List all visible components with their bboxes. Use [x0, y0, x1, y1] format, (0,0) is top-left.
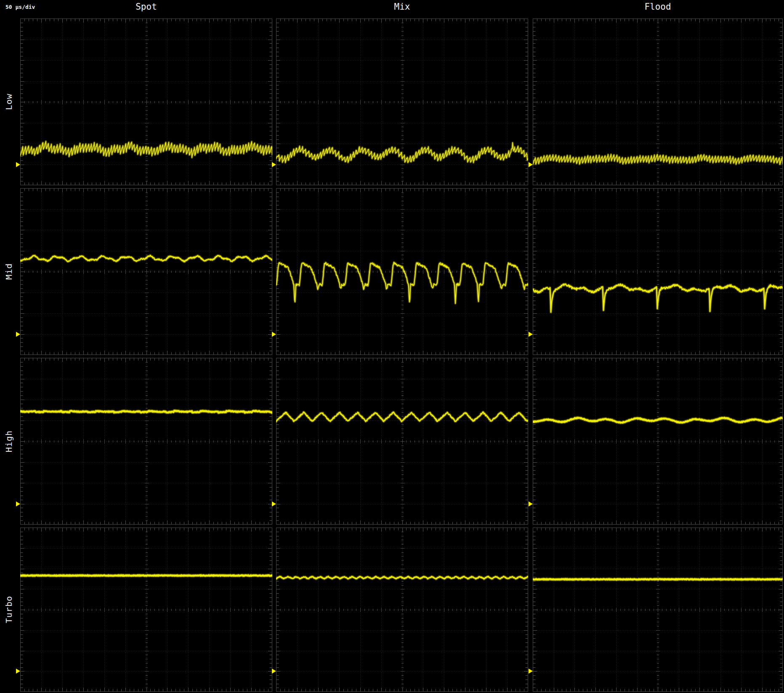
row-label-high: High — [4, 430, 14, 452]
page: { "header": { "timebase": "50 µs/div" },… — [0, 0, 784, 693]
scope-panel-mid-flood — [533, 188, 783, 355]
scope-panel-high-spot — [20, 358, 272, 525]
scope-panel-mid-mix — [276, 188, 528, 355]
trigger-marker-icon — [529, 501, 533, 506]
scope-cell-high-mix — [276, 358, 528, 525]
trigger-marker-icon — [272, 669, 276, 674]
trigger-marker-icon — [272, 332, 276, 337]
scope-panel-turbo-flood — [533, 528, 783, 692]
row-label-mid: Mid — [4, 263, 14, 280]
trigger-marker-icon — [16, 332, 20, 337]
scope-cell-high-flood — [533, 358, 783, 525]
scope-cell-low-spot — [20, 19, 272, 185]
trigger-marker-icon — [529, 669, 533, 674]
row-label-low: Low — [4, 93, 14, 110]
trigger-marker-icon — [272, 501, 276, 506]
trigger-marker-icon — [16, 669, 20, 674]
trigger-marker-icon — [529, 162, 533, 167]
scope-cell-mid-mix — [276, 188, 528, 355]
row-label-box: Turbo — [0, 528, 18, 692]
column-title-flood: Flood — [533, 2, 783, 13]
trigger-marker-icon — [16, 162, 20, 167]
scope-panel-high-flood — [533, 358, 783, 525]
scope-cell-high-spot — [20, 358, 272, 525]
scope-panel-turbo-mix — [276, 528, 528, 692]
scope-panel-low-mix — [276, 19, 528, 185]
scope-cell-mid-flood — [533, 188, 783, 355]
scope-panel-low-spot — [20, 19, 272, 185]
scope-cell-turbo-mix — [276, 528, 528, 692]
scope-panel-mid-spot — [20, 188, 272, 355]
scope-panel-high-mix — [276, 358, 528, 525]
scope-cell-mid-spot — [20, 188, 272, 355]
scope-cell-low-mix — [276, 19, 528, 185]
scope-panel-low-flood — [533, 19, 783, 185]
trigger-marker-icon — [529, 332, 533, 337]
row-label-box: High — [0, 358, 18, 525]
row-label-box: Mid — [0, 188, 18, 355]
scope-cell-low-flood — [533, 19, 783, 185]
oscilloscope-grid-figure: 50 µs/div SpotMixFlood LowMidHighTurbo — [0, 0, 784, 693]
row-label-box: Low — [0, 19, 18, 185]
column-title-mix: Mix — [276, 2, 528, 13]
scope-cell-turbo-flood — [533, 528, 783, 692]
row-label-turbo: Turbo — [4, 596, 14, 623]
trigger-marker-icon — [16, 501, 20, 506]
column-title-spot: Spot — [20, 2, 272, 13]
trigger-marker-icon — [272, 162, 276, 167]
scope-cell-turbo-spot — [20, 528, 272, 692]
scope-panel-turbo-spot — [20, 528, 272, 692]
